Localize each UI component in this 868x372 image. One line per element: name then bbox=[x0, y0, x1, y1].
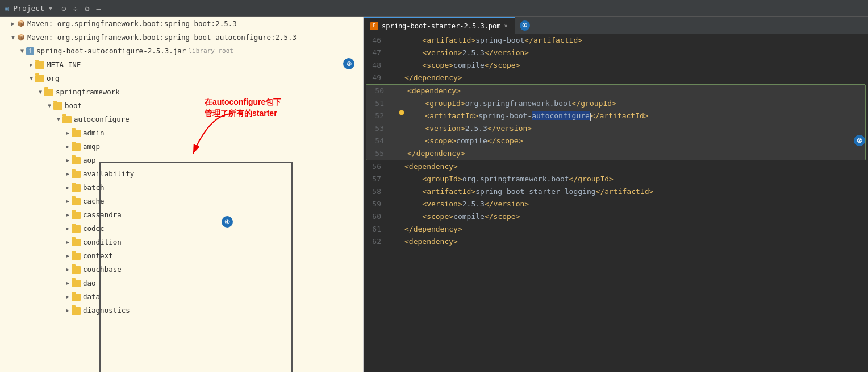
badge-2: ② bbox=[854, 135, 865, 146]
tree-item-condition[interactable]: ▶ condition bbox=[0, 235, 363, 249]
badge-4: ④ bbox=[222, 216, 233, 228]
line-number: 58 bbox=[364, 185, 386, 198]
tree-item-dao[interactable]: ▶ dao bbox=[0, 276, 363, 290]
line-number: 62 bbox=[364, 235, 386, 248]
tab-pom[interactable]: P spring-boot-starter-2.5.3.pom × bbox=[364, 17, 515, 34]
tree-item-context[interactable]: ▶ context bbox=[0, 249, 363, 263]
folder-icon-context bbox=[72, 253, 81, 260]
expand-arrow: ▶ bbox=[64, 237, 72, 248]
line-content: </dependency> bbox=[404, 72, 868, 84]
tree-item-data[interactable]: ▶ data bbox=[0, 290, 363, 304]
tree-item-org[interactable]: ▼ org bbox=[0, 72, 363, 85]
tree-item-codec[interactable]: ▶ codec bbox=[0, 222, 363, 235]
globe-icon[interactable]: ⊕ bbox=[61, 4, 66, 13]
expand-arrow-2: ▼ bbox=[9, 32, 17, 43]
badge-3: ③ bbox=[343, 58, 354, 69]
folder-label: diagnostics bbox=[83, 305, 130, 316]
folder-icon-admin bbox=[72, 130, 81, 137]
folder-icon-dao bbox=[72, 280, 81, 287]
main-layout: ③ ④ 在autoconfigure包下 管理了所有的starter ▶ 📦 M… bbox=[0, 17, 868, 372]
expand-arrow-6: ▼ bbox=[36, 86, 44, 98]
meta-inf-label: META-INF bbox=[47, 59, 81, 71]
folder-icon-org bbox=[35, 75, 44, 82]
tree-item-springframework[interactable]: ▼ springframework bbox=[0, 85, 363, 99]
project-tree-panel: ③ ④ 在autoconfigure包下 管理了所有的starter ▶ 📦 M… bbox=[0, 17, 364, 372]
tree-item-availability[interactable]: ▶ availability bbox=[0, 167, 363, 181]
folder-icon-cassandra bbox=[72, 212, 81, 219]
tree-item-jar[interactable]: ▼ j spring-boot-autoconfigure-2.5.3.jar … bbox=[0, 44, 363, 58]
expand-arrow: ▶ bbox=[64, 278, 72, 289]
expand-arrow: ▶ bbox=[64, 250, 72, 262]
folder-icon-springframework bbox=[44, 89, 53, 96]
line-content: <groupId>org.springframework.boot</group… bbox=[407, 97, 865, 110]
expand-arrow-5: ▼ bbox=[27, 73, 35, 84]
library-root-label: library root bbox=[188, 46, 233, 57]
tree-item-cassandra[interactable]: ▶ cassandra bbox=[0, 208, 363, 222]
tree-item-admin[interactable]: ▶ admin bbox=[0, 126, 363, 140]
expand-arrow: ▶ bbox=[64, 141, 72, 152]
tree-item-amqp[interactable]: ▶ amqp bbox=[0, 140, 363, 154]
tree-item-boot[interactable]: ▼ boot bbox=[0, 99, 363, 113]
folder-icon-autoconfigure bbox=[62, 116, 72, 123]
line-content: <scope>compile</scope> bbox=[407, 135, 769, 147]
jar-label: spring-boot-autoconfigure-2.5.3.jar bbox=[36, 46, 186, 57]
folder-icon-data bbox=[72, 294, 81, 301]
code-line-61: 61</dependency> bbox=[364, 223, 868, 235]
line-gutter bbox=[396, 110, 407, 115]
line-number: 48 bbox=[364, 59, 386, 72]
folder-icon-codec bbox=[72, 225, 81, 233]
settings-icon[interactable]: ⚙ bbox=[85, 4, 89, 13]
toolbar-title: Project bbox=[13, 4, 44, 13]
subfolders-container: ▶ admin ▶ amqp ▶ aop ▶ availability ▶ ba… bbox=[0, 126, 363, 317]
tree-item-maven-spring-boot[interactable]: ▶ 📦 Maven: org.springframework.boot:spri… bbox=[0, 17, 363, 31]
tab-label: spring-boot-starter-2.5.3.pom bbox=[382, 22, 501, 30]
line-number: 47 bbox=[364, 47, 386, 59]
tree-item-autoconfigure[interactable]: ▼ autoconfigure bbox=[0, 113, 363, 126]
project-icon: ▣ bbox=[5, 5, 9, 13]
tree-item-couchbase[interactable]: ▶ couchbase bbox=[0, 263, 363, 276]
folder-icon-boot bbox=[53, 102, 62, 110]
tree-item-meta-inf[interactable]: ▶ META-INF bbox=[0, 58, 363, 72]
toolbar: ▣ Project ▼ ⊕ ÷ ⚙ — bbox=[0, 0, 868, 17]
code-editor-panel: P spring-boot-starter-2.5.3.pom × ① 46 <… bbox=[364, 17, 868, 372]
code-line-46: 46 <artifactId>spring-boot</artifactId> bbox=[364, 34, 868, 47]
line-content: <scope>compile</scope> bbox=[404, 210, 868, 223]
folder-icon-amqp bbox=[72, 143, 81, 151]
org-label: org bbox=[47, 73, 60, 84]
folder-label: aop bbox=[83, 155, 96, 166]
tree-item-maven-autoconfigure[interactable]: ▼ 📦 Maven: org.springframework.boot:spri… bbox=[0, 31, 363, 44]
tab-close-button[interactable]: × bbox=[504, 23, 508, 29]
folder-label: amqp bbox=[83, 141, 100, 152]
line-content: <artifactId>spring-boot-autoconfigure</a… bbox=[407, 110, 865, 122]
split-icon[interactable]: ÷ bbox=[73, 4, 78, 13]
folder-label: condition bbox=[83, 237, 122, 248]
expand-arrow: ▶ bbox=[64, 291, 72, 303]
folder-icon-aop bbox=[72, 157, 81, 164]
folder-icon-meta-inf bbox=[35, 61, 44, 69]
line-content: <artifactId>spring-boot-starter-logging<… bbox=[404, 185, 868, 198]
code-editor[interactable]: 46 <artifactId>spring-boot</artifactId>4… bbox=[364, 34, 868, 372]
expand-arrow: ▶ bbox=[64, 168, 72, 180]
maven-icon-2: 📦 bbox=[17, 32, 25, 43]
tab-badge-1: ① bbox=[520, 20, 530, 31]
code-line-59: 59 <version>2.5.3</version> bbox=[364, 198, 868, 210]
line-content: <version>2.5.3</version> bbox=[404, 198, 868, 210]
expand-arrow: ▶ bbox=[64, 264, 72, 275]
expand-arrow-8: ▼ bbox=[55, 114, 62, 125]
code-line-50: 50<dependency> bbox=[366, 85, 865, 97]
maven-icon: 📦 bbox=[17, 18, 25, 30]
folder-label: codec bbox=[83, 223, 105, 234]
line-number: 49 bbox=[364, 72, 386, 84]
minimize-icon[interactable]: — bbox=[96, 4, 101, 13]
line-content: <artifactId>spring-boot</artifactId> bbox=[404, 34, 868, 47]
boot-label: boot bbox=[65, 100, 82, 111]
tree-item-aop[interactable]: ▶ aop bbox=[0, 154, 363, 167]
tree-item-diagnostics[interactable]: ▶ diagnostics bbox=[0, 304, 363, 317]
tree-item-batch[interactable]: ▶ batch bbox=[0, 181, 363, 195]
tree-item-cache[interactable]: ▶ cache bbox=[0, 195, 363, 208]
folder-label: dao bbox=[83, 278, 96, 289]
toolbar-dropdown-icon[interactable]: ▼ bbox=[49, 5, 52, 11]
warn-dot bbox=[399, 110, 404, 115]
line-number: 60 bbox=[364, 210, 386, 223]
line-number: 50 bbox=[366, 85, 389, 97]
